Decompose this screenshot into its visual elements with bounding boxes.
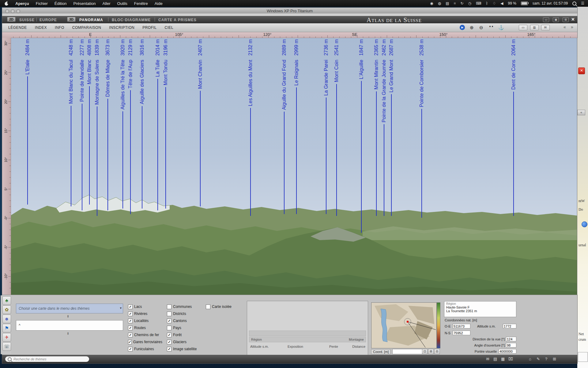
checked-checkbox[interactable]: ✓ [128,340,132,344]
sync-icon[interactable]: ↻ [460,1,463,6]
theme-select-combo[interactable]: Choisir une carte dans le menu des thème… [16,304,123,313]
toolbar-item-1[interactable]: LÉGENDE [8,25,27,30]
help-icon[interactable]: ? [545,357,547,361]
tab-2d[interactable]: 2D [7,17,16,22]
layer-row-chemins-de-fer[interactable]: ✓Chemins de fer [128,332,162,337]
toolbar-item-6[interactable]: PROFIL [142,25,156,30]
checked-checkbox[interactable]: ✓ [128,333,133,337]
navigate-tool[interactable]: ▶ [460,25,465,30]
layer-row-lacs[interactable]: ✓Lacs [128,304,162,309]
minimize-traffic-light[interactable] [11,9,15,13]
toolbar-item-5[interactable]: INSCRIPTION [109,25,134,30]
edit-icon[interactable]: ✎ [537,357,540,361]
theme-search-input[interactable]: Recherche de thèmes [5,356,89,362]
zoom-out-tool[interactable]: ⊖ [479,25,483,30]
menubar-item-6[interactable]: Outils [117,1,127,6]
layer-row-districts[interactable]: Districts [167,311,201,316]
combo-spinner[interactable]: ▴▾ [65,332,71,335]
checked-checkbox[interactable]: ✓ [167,319,172,323]
layer-row-cantons[interactable]: ✓Cantons [167,318,201,323]
layer-row-communes[interactable]: Communes [167,304,201,309]
oe-field[interactable] [453,324,470,328]
checked-checkbox[interactable]: ✓ [128,319,133,323]
coord-value-field[interactable] [392,349,422,354]
notification-center-icon[interactable]: ☰ [581,1,584,6]
layer-row-carte-isolée[interactable]: Carte isolée [206,304,240,309]
layer-row-pays[interactable]: Pays [167,325,201,330]
forward-chevron-button[interactable]: » [571,25,573,29]
toolbar-item-2[interactable]: INDEX [35,25,47,30]
menubar-item-7[interactable]: Fenêtre [134,1,148,6]
toolbar-item-4[interactable]: COMPARAISON [72,25,101,30]
mail-button[interactable]: ✉ [541,25,550,30]
layer-row-forêt[interactable]: ✓Forêt [167,332,201,337]
minimize-button[interactable]: ▭ [543,17,549,22]
menubar-item-3[interactable]: Édition [55,1,67,6]
layer-row-rivières[interactable]: ✓Rivières [128,311,162,316]
checked-checkbox[interactable]: ✓ [167,347,172,351]
tourism-theme-icon[interactable]: ✈ [2,333,11,342]
zoom-traffic-light[interactable] [16,9,20,13]
window-icon[interactable]: ⊞ [553,357,556,361]
checked-checkbox[interactable]: ✓ [167,333,172,337]
layer-row-gares-ferroviaires[interactable]: ✓Gares ferroviaires [128,339,162,344]
tab-suisse[interactable]: SUISSE [19,18,35,22]
grid-icon[interactable]: ▦ [501,357,505,361]
anchor-tool[interactable]: ⚓ [498,25,504,30]
population-theme-icon[interactable]: ☻ [2,315,11,323]
communication-theme-icon[interactable]: ☏ [2,342,11,351]
unchecked-checkbox[interactable] [206,305,210,309]
layer-row-localités[interactable]: ✓Localités [128,318,162,323]
zoom-in-map-button[interactable]: ⊞ [428,349,434,354]
tab-carte-a-prismes[interactable]: CARTE A PRISMES [158,18,197,22]
layer-row-glaciers[interactable]: ✓Glaciers [167,339,201,344]
altitude-field[interactable] [503,324,516,328]
home-icon[interactable]: ⌂ [529,357,531,361]
checked-checkbox[interactable]: ✓ [167,340,172,344]
checked-checkbox[interactable]: ✓ [128,326,133,330]
reference-map[interactable] [371,302,437,348]
tab-panorama[interactable]: PANORAMA [79,18,103,22]
toolbar-item-3[interactable]: INFO [55,25,64,30]
app-close-button[interactable]: ✕ [571,17,575,22]
profile-tool[interactable]: ▲▲ [489,25,494,28]
tab-bloc-diagramme[interactable]: BLOC-DIAGRAMME [112,18,151,22]
bluetooth-icon[interactable]: ᛒ [486,1,488,6]
keyboard-icon[interactable]: ⌨ [476,1,481,6]
portee-field[interactable] [499,349,516,354]
unchecked-checkbox[interactable] [167,326,172,330]
menubar-clock[interactable]: sam. 12 avr. 01:57:09 [533,1,568,6]
grid-icon[interactable]: ⌗ [454,1,456,6]
menubar-item-5[interactable]: Aller [103,1,111,6]
apple-menu-icon[interactable] [4,1,9,6]
rows-view-button[interactable]: ▭ [519,25,527,30]
delete-icon[interactable]: ⌧ [508,357,513,361]
columns-view-button[interactable]: ▥ [530,25,539,30]
angle-field[interactable] [506,343,516,347]
checked-checkbox[interactable]: ✓ [128,312,133,316]
menubar-item-2[interactable]: Fichier [36,1,48,6]
nature-theme-icon[interactable]: ♣ [2,296,11,305]
close-traffic-light[interactable] [5,9,9,13]
mail-icon[interactable]: ✉ [486,357,489,361]
combo-spinner[interactable]: ▴▾ [65,315,71,318]
restore-button[interactable]: ▣ [553,17,559,22]
layer-row-funiculaires[interactable]: ✓Funiculaires [128,347,162,351]
camera-icon[interactable]: ◉ [430,1,433,6]
collapse-chevron-button[interactable]: « [577,110,585,115]
list-icon[interactable]: ▤ [493,357,497,361]
phone-icon[interactable]: ◍ [438,1,441,6]
toolbar-item-7[interactable]: CIEL [165,25,174,30]
direction-field[interactable] [506,337,516,341]
zoom-out-map-button[interactable]: ⊟ [434,349,440,354]
agriculture-theme-icon[interactable]: ✿ [2,305,11,314]
time-machine-icon[interactable]: ◷ [468,1,471,6]
tab-europe[interactable]: EUROPE [40,18,57,22]
checked-checkbox[interactable]: ✓ [128,347,133,351]
unchecked-checkbox[interactable] [167,305,172,309]
zoom-in-tool[interactable]: ⊕ [470,25,474,30]
shape-icon[interactable]: ♢ [492,1,496,6]
checked-checkbox[interactable]: ✓ [128,305,133,309]
layer-row-image-satellite[interactable]: ✓Image satellite [167,347,201,351]
chevron-down-icon[interactable]: ▾ [120,306,122,310]
